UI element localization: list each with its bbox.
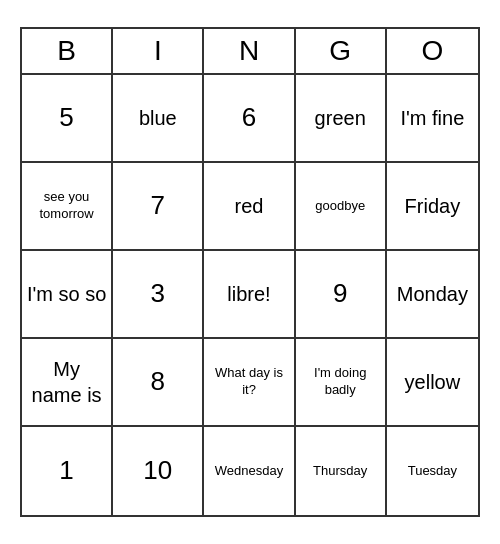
bingo-cell-r0-c0: 5 [22, 75, 113, 163]
bingo-cell-r0-c3: green [296, 75, 387, 163]
header-cell-b: B [22, 29, 113, 73]
cell-text: 9 [333, 277, 347, 311]
header-cell-g: G [296, 29, 387, 73]
cell-text: Tuesday [408, 463, 457, 480]
cell-text: 1 [59, 454, 73, 488]
bingo-cell-r0-c2: 6 [204, 75, 295, 163]
cell-text: What day is it? [208, 365, 289, 399]
bingo-cell-r1-c4: Friday [387, 163, 478, 251]
cell-text: I'm doing badly [300, 365, 381, 399]
bingo-cell-r2-c1: 3 [113, 251, 204, 339]
bingo-cell-r1-c2: red [204, 163, 295, 251]
bingo-cell-r4-c0: 1 [22, 427, 113, 515]
cell-text: libre! [227, 281, 270, 307]
cell-text: 3 [151, 277, 165, 311]
bingo-cell-r2-c4: Monday [387, 251, 478, 339]
header-cell-n: N [204, 29, 295, 73]
cell-text: red [235, 193, 264, 219]
cell-text: I'm so so [27, 281, 106, 307]
header-cell-o: O [387, 29, 478, 73]
cell-text: 5 [59, 101, 73, 135]
cell-text: Friday [405, 193, 461, 219]
cell-text: yellow [405, 369, 461, 395]
header-cell-i: I [113, 29, 204, 73]
bingo-cell-r4-c2: Wednesday [204, 427, 295, 515]
bingo-cell-r3-c1: 8 [113, 339, 204, 427]
cell-text: see you tomorrow [26, 189, 107, 223]
cell-text: 10 [143, 454, 172, 488]
cell-text: blue [139, 105, 177, 131]
bingo-cell-r4-c4: Tuesday [387, 427, 478, 515]
bingo-cell-r4-c1: 10 [113, 427, 204, 515]
cell-text: Thursday [313, 463, 367, 480]
bingo-header: BINGO [22, 29, 478, 75]
cell-text: 7 [151, 189, 165, 223]
bingo-grid: 5blue6greenI'm finesee you tomorrow7redg… [22, 75, 478, 515]
bingo-cell-r2-c2: libre! [204, 251, 295, 339]
cell-text: I'm fine [400, 105, 464, 131]
bingo-cell-r1-c1: 7 [113, 163, 204, 251]
bingo-card: BINGO 5blue6greenI'm finesee you tomorro… [20, 27, 480, 517]
cell-text: 6 [242, 101, 256, 135]
cell-text: green [315, 105, 366, 131]
cell-text: goodbye [315, 198, 365, 215]
bingo-cell-r3-c2: What day is it? [204, 339, 295, 427]
bingo-cell-r3-c0: My name is [22, 339, 113, 427]
bingo-cell-r2-c3: 9 [296, 251, 387, 339]
bingo-cell-r1-c0: see you tomorrow [22, 163, 113, 251]
cell-text: Monday [397, 281, 468, 307]
bingo-cell-r3-c3: I'm doing badly [296, 339, 387, 427]
bingo-cell-r4-c3: Thursday [296, 427, 387, 515]
cell-text: My name is [26, 356, 107, 408]
bingo-cell-r3-c4: yellow [387, 339, 478, 427]
cell-text: 8 [151, 365, 165, 399]
bingo-cell-r1-c3: goodbye [296, 163, 387, 251]
bingo-cell-r2-c0: I'm so so [22, 251, 113, 339]
cell-text: Wednesday [215, 463, 283, 480]
bingo-cell-r0-c1: blue [113, 75, 204, 163]
bingo-cell-r0-c4: I'm fine [387, 75, 478, 163]
